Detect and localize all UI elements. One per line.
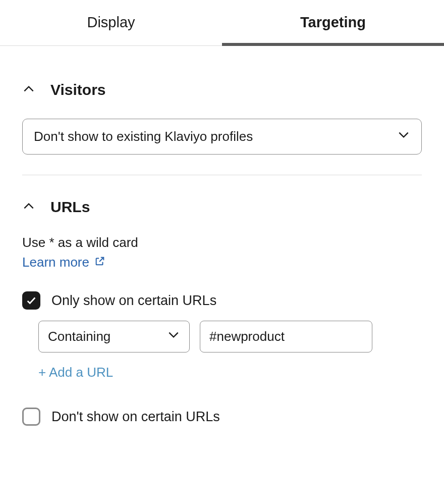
- only-show-checkbox[interactable]: [22, 291, 40, 310]
- only-show-label: Only show on certain URLs: [51, 293, 216, 309]
- section-visitors: Visitors Don't show to existing Klaviyo …: [22, 46, 422, 175]
- visitors-select[interactable]: Don't show to existing Klaviyo profiles: [22, 119, 422, 155]
- section-title-urls: URLs: [50, 198, 90, 216]
- add-url-link[interactable]: + Add a URL: [38, 365, 113, 380]
- dont-show-label: Don't show on certain URLs: [51, 409, 220, 425]
- only-show-row: Only show on certain URLs: [22, 291, 422, 310]
- url-rule-row: Containing: [38, 321, 422, 352]
- section-header-visitors[interactable]: Visitors: [22, 81, 422, 98]
- learn-more-link[interactable]: Learn more: [22, 255, 105, 270]
- url-rule-input[interactable]: [200, 321, 372, 352]
- chevron-up-icon: [22, 199, 35, 215]
- url-rule-select[interactable]: Containing: [38, 321, 190, 352]
- tabs: Display Targeting: [0, 0, 444, 46]
- visitors-select-value: Don't show to existing Klaviyo profiles: [34, 129, 397, 144]
- dont-show-checkbox[interactable]: [22, 408, 40, 426]
- chevron-down-icon: [397, 128, 410, 145]
- urls-hint: Use * as a wild card: [22, 235, 422, 250]
- tab-targeting[interactable]: Targeting: [222, 0, 444, 46]
- external-link-icon: [94, 255, 105, 270]
- learn-more-label: Learn more: [22, 255, 89, 270]
- url-rule-select-value: Containing: [48, 329, 110, 344]
- dont-show-row: Don't show on certain URLs: [22, 408, 422, 426]
- section-header-urls[interactable]: URLs: [22, 198, 422, 216]
- section-title-visitors: Visitors: [50, 81, 106, 98]
- tab-display[interactable]: Display: [0, 0, 222, 45]
- section-urls: URLs Use * as a wild card Learn more Onl…: [22, 175, 422, 446]
- chevron-down-icon: [167, 328, 180, 345]
- chevron-up-icon: [22, 82, 35, 97]
